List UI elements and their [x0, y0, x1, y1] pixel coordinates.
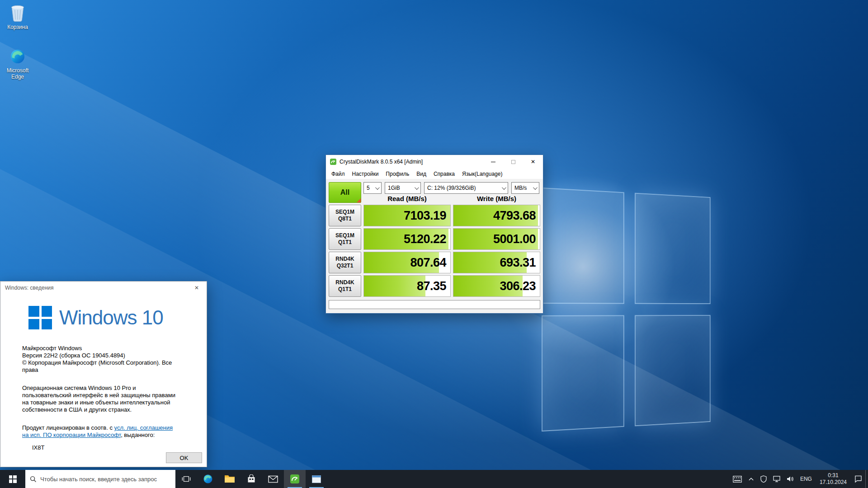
- desktop-icon-label: Корзина: [0, 24, 35, 30]
- run-all-button[interactable]: All: [329, 182, 361, 203]
- crystaldiskmark-icon: [289, 474, 300, 484]
- test-size-select[interactable]: 1GiB: [385, 182, 421, 194]
- menu-profile[interactable]: Профиль: [382, 169, 413, 178]
- test-button-seq1m-q8t1[interactable]: SEQ1M Q8T1: [329, 205, 361, 226]
- menu-help[interactable]: Справка: [430, 169, 458, 178]
- result-value: 87.35: [417, 279, 446, 293]
- clock[interactable]: 0:31 17.10.2024: [815, 470, 851, 488]
- cdm-menubar: Файл Настройки Профиль Вид Справка Язык(…: [326, 169, 543, 179]
- close-button[interactable]: ✕: [523, 155, 543, 169]
- crystaldiskmark-window: CrystalDiskMark 8.0.5 x64 [Admin] ✕ Файл…: [326, 155, 543, 314]
- test-queue-thread: Q1T1: [338, 286, 352, 293]
- read-column-header: Read (MB/s): [363, 195, 451, 202]
- action-center-button[interactable]: [851, 470, 865, 488]
- desktop-icon-recycle-bin[interactable]: Корзина: [0, 4, 35, 30]
- close-button[interactable]: ✕: [187, 282, 207, 294]
- logo-pane: [542, 188, 624, 304]
- desktop-icon-microsoft-edge[interactable]: Microsoft Edge: [0, 47, 35, 80]
- taskbar-item-store[interactable]: [241, 470, 262, 488]
- write-result-rnd4k-q1t1: 306.23: [453, 275, 540, 297]
- minimize-icon: [491, 162, 495, 162]
- result-value: 5120.22: [404, 232, 446, 246]
- touch-keyboard-button[interactable]: [730, 470, 745, 488]
- time-text: 0:31: [828, 472, 838, 479]
- cdm-body: All 5 1GiB C: 12% (39/326GiB): [326, 179, 543, 313]
- target-drive-select[interactable]: C: 12% (39/326GiB): [424, 182, 508, 194]
- system-window-icon: [311, 475, 321, 483]
- test-name: SEQ1M: [335, 209, 354, 216]
- file-explorer-icon: [224, 474, 235, 483]
- menu-language[interactable]: Язык(Language): [458, 169, 506, 178]
- write-result-seq1m-q8t1: 4793.68: [453, 205, 540, 226]
- windows10-logo: Windows 10: [28, 306, 207, 329]
- read-result-seq1m-q1t1: 5120.22: [363, 228, 451, 250]
- test-button-rnd4k-q32t1[interactable]: RND4K Q32T1: [329, 252, 361, 273]
- trademark-paragraph: Операционная система Windows 10 Pro и по…: [22, 385, 179, 413]
- taskbar-search[interactable]: [25, 470, 175, 488]
- read-result-rnd4k-q32t1: 807.64: [363, 252, 451, 273]
- menu-file[interactable]: Файл: [328, 169, 349, 178]
- test-button-seq1m-q1t1[interactable]: SEQ1M Q1T1: [329, 228, 361, 250]
- tray-network-button[interactable]: [770, 470, 783, 488]
- tray-security-button[interactable]: [757, 470, 770, 488]
- about-windows-dialog: Windows: сведения ✕ Windows 10 Майкрософ…: [0, 281, 207, 467]
- test-count-value: 5: [367, 185, 370, 191]
- test-button-rnd4k-q1t1[interactable]: RND4K Q1T1: [329, 275, 361, 297]
- mail-icon: [268, 475, 278, 483]
- result-bar: [364, 276, 425, 296]
- language-indicator[interactable]: ENG: [797, 470, 815, 488]
- write-result-seq1m-q1t1: 5001.00: [453, 228, 540, 250]
- test-count-select[interactable]: 5: [363, 182, 382, 194]
- logo-pane: [635, 315, 711, 426]
- taskbar-item-edge[interactable]: [197, 470, 219, 488]
- maximize-button[interactable]: [503, 155, 523, 169]
- task-view-button[interactable]: [175, 470, 197, 488]
- windows-logo-shape: [542, 188, 711, 432]
- test-queue-thread: Q8T1: [338, 216, 352, 222]
- speaker-icon: [787, 476, 794, 482]
- desktop-icon-label: Microsoft Edge: [0, 67, 35, 80]
- maximize-icon: [511, 160, 515, 164]
- chevron-down-icon: [533, 185, 538, 190]
- menu-view[interactable]: Вид: [413, 169, 430, 178]
- window-title: Windows: сведения: [5, 285, 187, 291]
- recycle-bin-icon: [8, 4, 27, 23]
- license-suffix: , выданного:: [121, 432, 155, 438]
- taskbar-item-crystaldiskmark[interactable]: [284, 470, 306, 488]
- result-value: 807.64: [410, 256, 446, 270]
- unit-select[interactable]: MB/s: [511, 182, 539, 194]
- date-text: 17.10.2024: [820, 479, 847, 486]
- taskbar-item-mail[interactable]: [262, 470, 284, 488]
- touch-keyboard-icon: [733, 476, 742, 483]
- show-desktop-button[interactable]: [865, 470, 868, 488]
- chevron-down-icon: [502, 185, 506, 190]
- winver-titlebar[interactable]: Windows: сведения ✕: [0, 282, 207, 294]
- unit-value: MB/s: [514, 185, 527, 191]
- read-result-seq1m-q8t1: 7103.19: [363, 205, 451, 226]
- copyright-line: © Корпорация Майкрософт (Microsoft Corpo…: [22, 359, 179, 374]
- taskbar-item-file-explorer[interactable]: [219, 470, 241, 488]
- search-input[interactable]: [40, 476, 171, 483]
- menu-settings[interactable]: Настройки: [349, 169, 382, 178]
- tray-volume-button[interactable]: [783, 470, 797, 488]
- shield-icon: [760, 475, 767, 483]
- close-icon: ✕: [194, 285, 199, 291]
- result-value: 7103.19: [404, 209, 446, 223]
- chevron-up-icon: [748, 477, 754, 481]
- test-name: RND4K: [335, 279, 354, 286]
- action-center-icon: [854, 475, 862, 483]
- test-name: SEQ1M: [335, 232, 354, 239]
- os-name-line: Майкрософт Windows: [22, 345, 179, 352]
- write-result-rnd4k-q32t1: 693.31: [453, 252, 540, 273]
- test-queue-thread: Q1T1: [338, 239, 352, 246]
- cdm-titlebar[interactable]: CrystalDiskMark 8.0.5 x64 [Admin] ✕: [326, 155, 543, 169]
- network-icon: [773, 476, 780, 482]
- ok-button[interactable]: OK: [166, 452, 202, 463]
- tray-overflow-button[interactable]: [745, 470, 757, 488]
- minimize-button[interactable]: [483, 155, 503, 169]
- edge-icon: [203, 474, 213, 484]
- license-paragraph: Продукт лицензирован в соотв. с усл. лиц…: [22, 424, 179, 439]
- result-value: 693.31: [500, 256, 536, 270]
- start-button[interactable]: [0, 470, 25, 488]
- taskbar-item-winver[interactable]: [306, 470, 327, 488]
